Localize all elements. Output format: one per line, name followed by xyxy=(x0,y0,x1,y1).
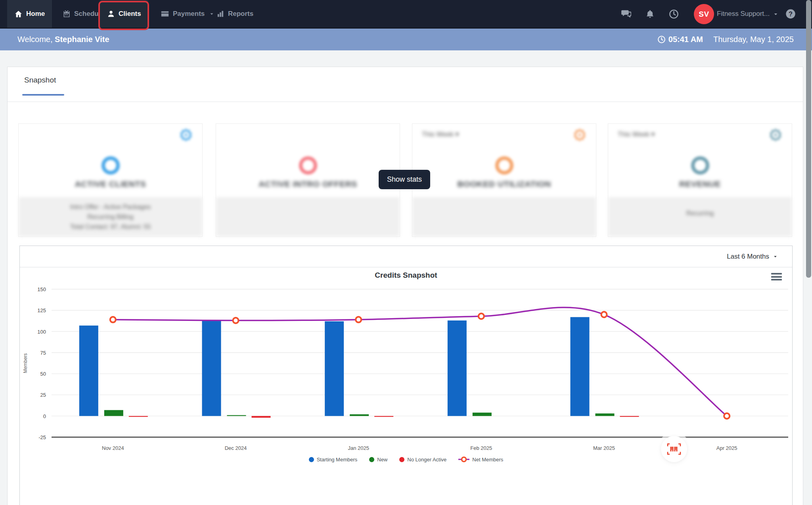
welcome-bar: Welcome, Stephanie Vite 05:41 AM Thursda… xyxy=(0,29,812,50)
avatar[interactable]: SV xyxy=(694,4,714,24)
stat-card-footer: Intro Offer - Active Packages Recurring … xyxy=(19,197,202,236)
svg-text:50: 50 xyxy=(40,371,46,377)
legend-item[interactable]: New xyxy=(369,457,387,463)
credits-snapshot-card: Last 6 Months Credits Snapshot 150125100… xyxy=(19,246,793,505)
nav-item-clients[interactable]: Clients xyxy=(100,0,148,28)
footer-line: Intro Offer - Active Packages xyxy=(19,202,202,212)
stat-card-title: ACTIVE INTRO OFFERS xyxy=(216,179,400,189)
footer-line: Total Contact: 97, Alumni: 55 xyxy=(19,222,202,232)
svg-text:Mar 2025: Mar 2025 xyxy=(593,445,615,451)
clock-icon[interactable] xyxy=(665,0,682,28)
svg-text:-25: -25 xyxy=(38,434,46,440)
svg-text:Members: Members xyxy=(23,353,28,373)
svg-text:125: 125 xyxy=(37,307,46,313)
footer-line: Recurring Billing xyxy=(19,212,202,222)
barcode-icon xyxy=(667,443,681,455)
legend-item[interactable]: Net Members xyxy=(458,456,503,463)
chat-icon[interactable] xyxy=(617,0,634,28)
stat-card-active-intro-offers[interactable]: ACTIVE INTRO OFFERS xyxy=(216,123,400,237)
nav-item-label: Reports xyxy=(228,10,253,18)
stat-card-revenue[interactable]: This Week ▾ ⚙ REVENUE Recurring xyxy=(608,123,792,237)
legend-dot-icon xyxy=(399,457,404,462)
floating-scan-widget[interactable] xyxy=(661,436,687,462)
tab-active-underline xyxy=(22,94,64,96)
loading-spinner-icon xyxy=(691,156,709,175)
settings-icon[interactable]: ⚙ xyxy=(768,127,783,144)
nav-item-home[interactable]: Home xyxy=(7,0,52,28)
legend-dot-icon xyxy=(309,457,314,462)
tab-divider xyxy=(8,102,803,102)
svg-text:100: 100 xyxy=(37,329,46,335)
legend-label: New xyxy=(377,457,387,463)
help-icon[interactable]: ? xyxy=(782,0,799,28)
loading-spinner-icon xyxy=(495,156,513,175)
svg-text:150: 150 xyxy=(37,286,46,292)
nav-item-label: Home xyxy=(26,10,45,18)
person-icon xyxy=(107,10,115,18)
chart-header: Last 6 Months xyxy=(20,246,792,267)
calendar-icon xyxy=(63,10,71,18)
user-name: Stephanie Vite xyxy=(55,35,109,44)
greeting-prefix: Welcome, xyxy=(17,35,55,44)
clock-icon xyxy=(657,35,666,44)
range-label: Last 6 Months xyxy=(727,253,769,261)
legend-dot-icon xyxy=(369,457,374,462)
svg-text:Dec 2024: Dec 2024 xyxy=(225,445,247,451)
svg-text:75: 75 xyxy=(40,350,46,356)
chevron-down-icon xyxy=(773,254,778,259)
tab-snapshot[interactable]: Snapshot xyxy=(24,76,56,84)
svg-text:25: 25 xyxy=(40,392,46,398)
stat-card-footer xyxy=(412,197,596,236)
credit-card-icon xyxy=(161,10,169,18)
stat-card-footer xyxy=(216,197,400,236)
stat-card-title: ACTIVE CLIENTS xyxy=(19,179,202,189)
welcome-greeting: Welcome, Stephanie Vite xyxy=(17,35,109,44)
loading-spinner-icon xyxy=(299,156,317,175)
dashboard-page: Home Schedule Clients Payments Reports S xyxy=(0,0,812,505)
svg-text:Jan 2025: Jan 2025 xyxy=(348,445,369,451)
bell-icon[interactable] xyxy=(641,0,659,28)
loading-spinner-icon xyxy=(102,156,120,175)
legend-item[interactable]: Starting Members xyxy=(309,457,358,463)
account-label: Fitness Support... xyxy=(717,10,770,18)
svg-text:Nov 2024: Nov 2024 xyxy=(102,445,124,451)
period-selector[interactable]: This Week ▾ xyxy=(422,130,459,138)
stat-card-active-clients[interactable]: ⚙ ACTIVE CLIENTS Intro Offer - Active Pa… xyxy=(18,123,203,237)
current-date: Thursday, May 1, 2025 xyxy=(713,35,794,44)
range-dropdown[interactable]: Last 6 Months xyxy=(727,253,778,261)
chevron-down-icon xyxy=(773,11,779,17)
svg-text:Feb 2025: Feb 2025 xyxy=(470,445,492,451)
snapshot-panel: Snapshot ⚙ ACTIVE CLIENTS Intro Offer - … xyxy=(7,67,803,505)
stat-card-footer: Recurring xyxy=(608,197,792,236)
legend-label: Starting Members xyxy=(317,457,358,463)
stat-card-booked-utilization[interactable]: This Week ▾ ⚙ BOOKED UTILIZATION xyxy=(412,123,596,237)
show-stats-button[interactable]: Show stats xyxy=(379,170,430,189)
legend-item[interactable]: No Longer Active xyxy=(399,457,446,463)
svg-text:?: ? xyxy=(789,10,793,17)
legend-label: Net Members xyxy=(472,457,503,463)
current-time: 05:41 AM xyxy=(657,35,703,44)
svg-text:0: 0 xyxy=(43,413,46,419)
stat-card-title: BOOKED UTILIZATION xyxy=(412,179,596,189)
footer-line: Recurring xyxy=(608,208,792,218)
settings-icon[interactable]: ⚙ xyxy=(178,127,193,144)
nav-item-label: Clients xyxy=(119,10,141,18)
line-marker-icon xyxy=(458,456,469,463)
top-nav: Home Schedule Clients Payments Reports S xyxy=(0,0,812,29)
settings-icon[interactable]: ⚙ xyxy=(572,127,587,144)
nav-item-label: Payments xyxy=(173,10,205,18)
scrollbar-thumb[interactable] xyxy=(806,0,811,278)
bar-chart-icon xyxy=(216,10,224,18)
account-menu[interactable]: Fitness Support... xyxy=(717,0,779,28)
svg-text:Apr 2025: Apr 2025 xyxy=(716,445,737,451)
stat-card-title: REVENUE xyxy=(608,179,792,189)
nav-item-reports[interactable]: Reports xyxy=(209,0,260,28)
credits-chart: 1501251007550250-25MembersNov 2024Dec 20… xyxy=(20,267,792,456)
period-selector[interactable]: This Week ▾ xyxy=(618,130,655,138)
home-icon xyxy=(14,10,23,18)
legend-label: No Longer Active xyxy=(407,457,446,463)
